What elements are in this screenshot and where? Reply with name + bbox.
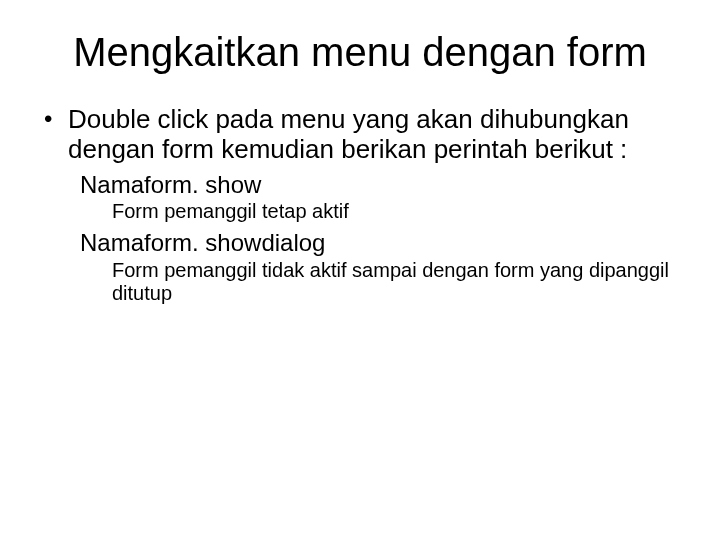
bullet-level-1: Double click pada menu yang akan dihubun… [40, 105, 680, 165]
command-2-description: Form pemanggil tidak aktif sampai dengan… [40, 259, 680, 305]
slide: Mengkaitkan menu dengan form Double clic… [0, 0, 720, 540]
command-1-description: Form pemanggil tetap aktif [40, 200, 680, 223]
command-1: Namaform. show [40, 171, 680, 199]
slide-title: Mengkaitkan menu dengan form [40, 30, 680, 75]
command-2: Namaform. showdialog [40, 229, 680, 257]
slide-body: Double click pada menu yang akan dihubun… [40, 105, 680, 305]
